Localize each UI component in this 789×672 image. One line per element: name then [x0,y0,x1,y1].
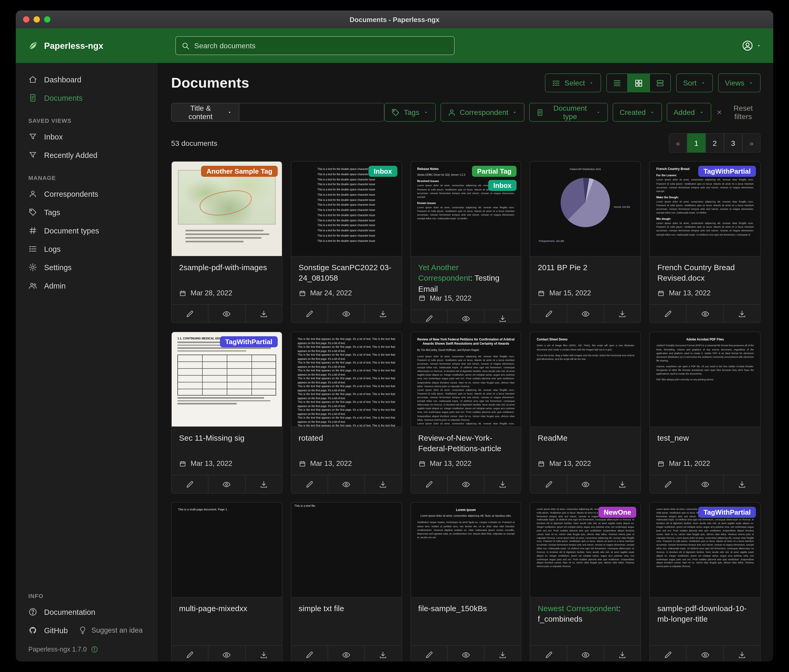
filter-query-input[interactable] [239,103,384,122]
app-logo[interactable]: Paperless-ngx [27,40,160,51]
sidebar-item-recently-added[interactable]: Recently Added [16,146,158,164]
card-title[interactable]: rotated [299,433,394,454]
edit-button[interactable] [530,475,567,493]
download-button[interactable] [484,310,521,323]
card-thumbnail[interactable]: Another Sample Tag [172,162,282,256]
view-button[interactable] [327,305,364,323]
edit-button[interactable] [650,646,686,661]
document-card[interactable]: Contact Sheet DemoGiven a set of image f… [530,331,641,494]
list-view-button[interactable] [606,73,628,92]
document-card[interactable]: This is a test for the double space char… [291,161,402,323]
reset-filters-button[interactable]: Reset filters [716,104,761,121]
zoom-window-button[interactable] [44,16,50,22]
document-card[interactable]: Lorem ipsum dolor sit amet, consectetur … [649,502,761,661]
download-button[interactable] [245,305,282,323]
tag-badge[interactable]: NewOne [599,507,636,518]
tag-badge[interactable]: TagWithPartial [698,507,756,518]
sidebar-item-github[interactable]: GitHub [16,621,73,640]
card-thumbnail[interactable]: This is a multi page document. Page 1. [172,503,282,597]
edit-button[interactable] [172,646,208,661]
download-button[interactable] [245,646,282,661]
sidebar-item-suggest-idea[interactable]: Suggest an idea [73,621,148,640]
view-button[interactable] [327,646,364,661]
tag-badge[interactable]: Inbox [369,166,397,177]
card-thumbnail[interactable]: Adobe Acrobat PDF FilesAdobe® Portable D… [650,332,760,427]
card-title[interactable]: simple txt file [299,603,394,625]
card-title[interactable]: multi-page-mixedxx [179,603,275,625]
download-button[interactable] [364,646,402,661]
view-button[interactable] [208,305,245,323]
download-button[interactable] [723,305,760,323]
sidebar-item-documents[interactable]: Documents [16,89,158,107]
added-filter-button[interactable]: Added [667,103,711,122]
pagination-page-2[interactable]: 2 [706,133,724,153]
view-button[interactable] [327,475,364,493]
sidebar-item-settings[interactable]: Settings [16,258,158,277]
created-filter-button[interactable]: Created [613,103,662,122]
card-thumbnail[interactable]: This is the text that appears on the fir… [291,332,402,427]
card-thumbnail[interactable]: Lorem ipsum dolor sit amet, consectetur … [530,503,641,597]
download-button[interactable] [604,646,641,661]
close-window-button[interactable] [23,16,29,22]
document-card[interactable]: This is the text that appears on the fir… [291,331,402,494]
card-title[interactable]: Yet Another Correspondent: Testing Email [418,262,514,294]
sort-button[interactable]: Sort [676,73,712,92]
edit-button[interactable] [291,475,328,493]
info-icon[interactable] [91,646,98,653]
document-card[interactable]: Adobe Acrobat PDF FilesAdobe® Portable D… [649,331,761,494]
sidebar-item-correspondents[interactable]: Correspondents [16,185,158,203]
card-thumbnail[interactable]: French Country BreadFor the Leaven:Lorem… [650,162,760,256]
edit-button[interactable] [172,475,208,493]
view-button[interactable] [447,475,484,493]
card-title[interactable]: ReadMe [538,433,633,454]
sidebar-item-dashboard[interactable]: Dashboard [16,70,158,89]
download-button[interactable] [723,475,760,493]
tags-filter-button[interactable]: Tags [384,103,436,122]
card-correspondent[interactable]: Newest Correspondent [538,604,618,613]
document-card[interactable]: This is a test file. simple txt file [291,502,402,661]
minimize-window-button[interactable] [34,16,40,22]
edit-button[interactable] [530,646,567,661]
view-button[interactable] [686,646,724,661]
card-title[interactable]: test_new [657,433,753,454]
edit-button[interactable] [411,475,447,493]
edit-button[interactable] [172,305,208,323]
select-button[interactable]: Select [545,73,601,92]
detail-view-button[interactable] [649,73,671,92]
card-thumbnail[interactable]: Patient BP Distribution 2011Normal, 226,… [530,162,641,256]
card-thumbnail[interactable]: This is a test for the double space char… [291,162,402,256]
view-button[interactable] [447,646,484,661]
grid-view-button[interactable] [628,73,649,92]
view-button[interactable] [567,305,604,323]
tag-badge[interactable]: Inbox [488,180,517,191]
sidebar-item-documentation[interactable]: Documentation [16,603,158,621]
edit-button[interactable] [291,646,328,661]
download-button[interactable] [364,475,402,493]
download-button[interactable] [604,305,641,323]
view-button[interactable] [686,475,724,493]
card-title[interactable]: file-sample_150kBs [418,603,514,625]
card-thumbnail[interactable]: Lorem ipsum dolor sit amet, consectetur … [650,503,760,597]
download-button[interactable] [484,646,521,661]
edit-button[interactable] [650,475,686,493]
view-button[interactable] [567,475,604,493]
edit-button[interactable] [291,305,328,323]
view-button[interactable] [567,646,604,661]
download-button[interactable] [364,305,402,323]
document-card[interactable]: Lorem ipsumLorem ipsum dolor sit amet, c… [410,502,522,661]
document-card[interactable]: Lorem ipsum dolor sit amet, consectetur … [530,502,641,661]
edit-button[interactable] [530,305,567,323]
sidebar-item-logs[interactable]: Logs [16,240,158,258]
card-title[interactable]: French Country Bread Revised.docx [657,262,753,284]
edit-button[interactable] [650,305,686,323]
card-thumbnail[interactable]: Lorem ipsumLorem ipsum dolor sit amet, c… [411,503,521,597]
card-title[interactable]: Sec 11-Missing sig [179,433,275,454]
document-card[interactable]: Release NotesSimba ODBC Driver for SQL S… [410,161,522,323]
card-thumbnail[interactable]: This is a test file. [291,503,402,597]
card-title[interactable]: sample-pdf-download-10-mb-longer-title [657,603,753,625]
card-title[interactable]: Review-of-New-York-Federal-Petitions-art… [418,433,514,454]
view-button[interactable] [447,310,484,323]
card-title[interactable]: 2011 BP Pie 2 [538,262,633,284]
view-button[interactable] [686,305,724,323]
edit-button[interactable] [411,646,447,661]
